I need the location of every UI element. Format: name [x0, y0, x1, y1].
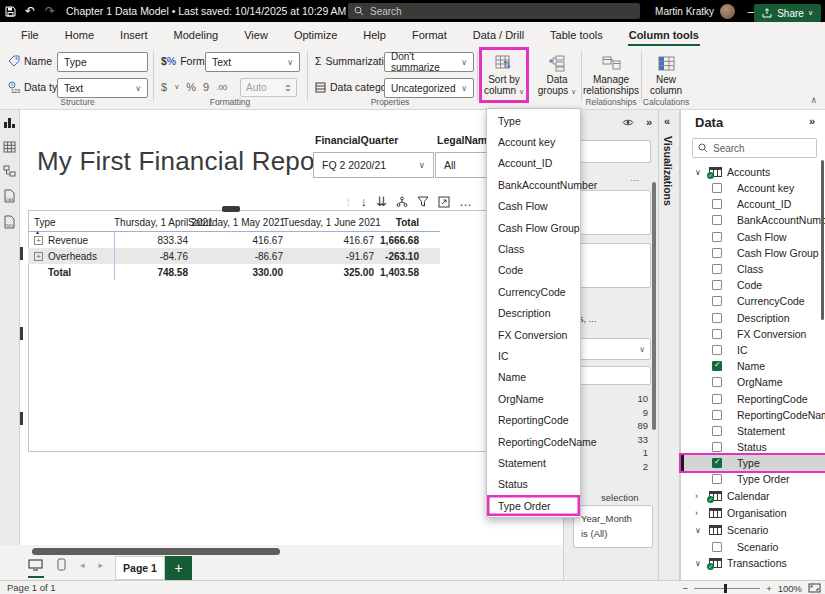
field-row[interactable]: OrgName: [681, 374, 825, 390]
collapse-ribbon-icon[interactable]: ∧: [810, 95, 817, 105]
field-checkbox[interactable]: [712, 458, 722, 468]
ribbon-tab[interactable]: Home: [52, 22, 107, 47]
collapse-pane-icon[interactable]: »: [809, 115, 815, 127]
report-view-icon[interactable]: [3, 116, 16, 129]
drill-up-icon[interactable]: ↑: [345, 194, 352, 209]
sort-by-column-button[interactable]: ⇅ Sort by column ∨: [482, 50, 526, 100]
ribbon-tab[interactable]: View: [231, 22, 281, 47]
visualizations-pane-title[interactable]: Visualizations: [662, 136, 674, 206]
ribbon-tab[interactable]: Modeling: [161, 22, 232, 47]
field-checkbox[interactable]: [712, 183, 722, 193]
new-page-button[interactable]: +: [165, 556, 192, 580]
zoom-in-icon[interactable]: +: [766, 583, 772, 594]
matrix-row[interactable]: Overheads -84.76 -86.67 -91.67 -263.10: [28, 248, 440, 264]
field-checkbox[interactable]: [712, 199, 722, 209]
menu-item[interactable]: BankAccountNumber: [487, 174, 580, 195]
more-options-icon[interactable]: …: [630, 172, 641, 183]
decimal-places-stepper[interactable]: Auto: [240, 78, 297, 97]
report-canvas[interactable]: My First Financial Report FinancialQuart…: [20, 110, 563, 545]
field-checkbox[interactable]: [712, 215, 722, 225]
field-row[interactable]: Statement: [681, 423, 825, 439]
field-checkbox[interactable]: [712, 361, 722, 371]
focus-mode-icon[interactable]: [438, 196, 450, 208]
desktop-layout-icon[interactable]: [28, 559, 43, 571]
table-node[interactable]: ✓ Calendar: [681, 488, 825, 505]
field-checkbox[interactable]: [712, 474, 722, 484]
new-column-button[interactable]: New column: [644, 50, 688, 100]
format-select[interactable]: Text ∨: [205, 52, 300, 72]
spinner-icon[interactable]: [285, 84, 291, 92]
menu-item[interactable]: Description: [487, 303, 580, 324]
table-node[interactable]: Scenario: [681, 539, 825, 555]
field-checkbox[interactable]: [712, 442, 722, 452]
slicer-financialquarter[interactable]: FQ 2 2020/21 ∨: [313, 152, 434, 178]
field-row[interactable]: Account_ID: [681, 196, 825, 212]
model-view-icon[interactable]: [3, 165, 16, 177]
global-search[interactable]: [348, 3, 640, 19]
menu-item[interactable]: FX Conversion: [487, 324, 580, 345]
menu-item[interactable]: CurrencyCode: [487, 281, 580, 302]
chevron-icon[interactable]: [695, 167, 704, 177]
table-view-icon[interactable]: [3, 141, 16, 153]
field-row[interactable]: FX Conversion: [681, 326, 825, 342]
field-row[interactable]: Type Order: [681, 471, 825, 487]
name-field[interactable]: Type: [57, 52, 148, 72]
ribbon-tab[interactable]: Optimize: [281, 22, 350, 47]
field-row[interactable]: Type: [681, 455, 825, 471]
ribbon-tab[interactable]: Table tools: [537, 22, 616, 47]
expand-pane-icon[interactable]: «: [664, 115, 670, 127]
drill-down-icon[interactable]: ↓: [361, 194, 368, 209]
field-checkbox[interactable]: [712, 426, 722, 436]
matrix-visual[interactable]: Type Thursday, 1 April 2021 Saturday, 1 …: [28, 213, 440, 280]
field-checkbox[interactable]: [712, 248, 722, 258]
ribbon-tab[interactable]: Help: [350, 22, 399, 47]
column-header[interactable]: Total: [374, 217, 419, 228]
field-row[interactable]: Status: [681, 439, 825, 455]
field-row[interactable]: Name: [681, 358, 825, 374]
zoom-level[interactable]: 100%: [778, 583, 802, 594]
data-type-select[interactable]: Text ∨: [57, 78, 148, 98]
menu-item[interactable]: Type: [487, 110, 580, 131]
field-row[interactable]: Code: [681, 277, 825, 293]
column-header[interactable]: Saturday, 1 May 2021: [188, 217, 283, 228]
resize-handle[interactable]: [20, 412, 23, 425]
chevron-icon[interactable]: [695, 558, 704, 568]
expand-icon[interactable]: [34, 236, 43, 245]
table-node[interactable]: ✓ Transactions: [681, 555, 825, 572]
field-row[interactable]: Account key: [681, 180, 825, 196]
data-category-select[interactable]: Uncategorized ∨: [384, 78, 474, 98]
summarization-select[interactable]: Don't summarize ∨: [384, 52, 474, 72]
menu-item[interactable]: Code: [487, 260, 580, 281]
data-search-input[interactable]: [713, 143, 803, 154]
field-row[interactable]: Description: [681, 310, 825, 326]
horizontal-scrollbar[interactable]: [32, 548, 280, 555]
field-checkbox[interactable]: [712, 280, 722, 290]
menu-item[interactable]: Cash Flow: [487, 196, 580, 217]
column-header[interactable]: Type: [28, 217, 114, 228]
data-groups-button[interactable]: Data groups ∨: [535, 50, 579, 100]
table-node[interactable]: ✓ Scenario: [681, 522, 825, 539]
thousands-icon[interactable]: 9: [203, 81, 209, 93]
undo-icon[interactable]: ↶: [20, 0, 40, 22]
field-row[interactable]: CurrencyCode: [681, 293, 825, 309]
fit-to-page-icon[interactable]: [808, 583, 821, 593]
page-tab[interactable]: Page 1: [115, 556, 165, 580]
field-row[interactable]: Class: [681, 261, 825, 277]
redo-icon[interactable]: ↷: [40, 0, 60, 22]
scrollbar[interactable]: [652, 182, 656, 430]
menu-item[interactable]: ReportingCodeName: [487, 431, 580, 452]
menu-item[interactable]: Cash Flow Group: [487, 217, 580, 238]
field-checkbox[interactable]: [712, 377, 722, 387]
table-node-accounts[interactable]: ✓ Accounts: [681, 163, 825, 180]
scrollbar[interactable]: [821, 160, 824, 320]
next-page-icon[interactable]: ▸: [99, 560, 104, 570]
previous-page-icon[interactable]: ◂: [80, 560, 85, 570]
eye-icon[interactable]: [622, 118, 634, 127]
field-row[interactable]: ReportingCode: [681, 390, 825, 406]
expand-hierarchy-icon[interactable]: [396, 196, 408, 208]
ribbon-tab[interactable]: File: [8, 22, 52, 47]
decimals-icon[interactable]: .00: [216, 83, 227, 92]
menu-item[interactable]: Name: [487, 367, 580, 388]
data-search[interactable]: [692, 138, 817, 158]
field-checkbox[interactable]: [712, 345, 722, 355]
